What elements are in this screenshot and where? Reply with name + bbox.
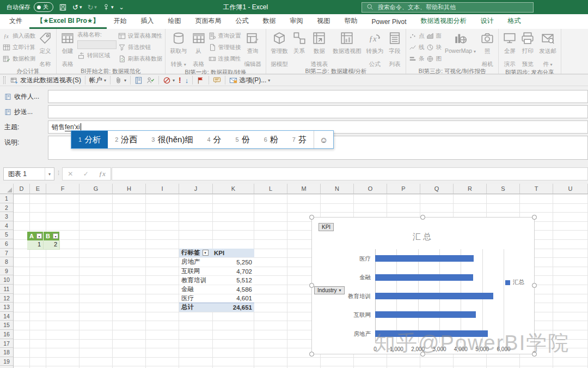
table-cell[interactable]: 1: [27, 240, 44, 250]
ribbon-button-small[interactable]: 连接属性: [209, 54, 241, 64]
column-header[interactable]: Q: [420, 184, 454, 194]
message-options-button[interactable]: [213, 76, 221, 85]
importance-high-button[interactable]: !: [179, 76, 181, 85]
send-pivot-button[interactable]: 发送此数据透视表(S): [10, 76, 81, 85]
table-header-cell[interactable]: A▾: [27, 232, 44, 241]
options-button[interactable]: 选项(P)...▾: [229, 76, 270, 85]
ribbon-tab[interactable]: 公式: [229, 14, 256, 29]
row-header[interactable]: 9: [0, 267, 13, 276]
row-header[interactable]: 1: [0, 194, 13, 203]
ime-candidate[interactable]: 5份: [229, 131, 257, 148]
ribbon-tab[interactable]: 审阅: [283, 14, 310, 29]
pivot-data-row[interactable]: 互联网4,702: [179, 267, 254, 276]
ribbon-button-large[interactable]: 字段列表: [387, 31, 403, 68]
ribbon-tab[interactable]: 文件: [2, 14, 29, 29]
selection-handle[interactable]: [532, 215, 537, 220]
ribbon-tab[interactable]: 插入: [134, 14, 161, 29]
ribbon-button-small[interactable]: 刷新表格数据: [118, 54, 162, 64]
address-book-button[interactable]: [134, 76, 143, 85]
ribbon-tab[interactable]: 开始: [107, 14, 134, 29]
column-header[interactable]: R: [454, 184, 487, 194]
column-header[interactable]: N: [321, 184, 354, 194]
ribbon-button-small[interactable]: 线: [409, 43, 425, 52]
column-header[interactable]: D: [14, 184, 30, 194]
column-header[interactable]: K: [213, 184, 254, 194]
column-header[interactable]: I: [146, 184, 179, 194]
row-header[interactable]: 5: [0, 230, 13, 239]
row-header[interactable]: 2: [0, 203, 13, 213]
enter-icon[interactable]: ✓: [83, 170, 89, 178]
formula-input[interactable]: [112, 167, 588, 180]
column-header[interactable]: H: [113, 184, 146, 194]
permission-button[interactable]: ▾: [163, 76, 175, 85]
ribbon-button-small[interactable]: 点: [409, 31, 425, 41]
ribbon-button-small[interactable]: 转回区域: [77, 51, 117, 61]
row-header[interactable]: 18: [0, 348, 13, 357]
ribbon-button-small[interactable]: 查询设置: [209, 31, 241, 41]
selection-handle[interactable]: [420, 215, 425, 220]
row-header[interactable]: 10: [0, 275, 13, 285]
pivot-total-row[interactable]: 总计24,651: [179, 303, 254, 312]
select-all-corner[interactable]: [0, 184, 14, 194]
importance-low-button[interactable]: ↓: [185, 76, 189, 85]
insert-function-icon[interactable]: ƒx: [99, 170, 105, 178]
row-header[interactable]: 16: [0, 330, 13, 339]
ribbon-button-large[interactable]: ƒx转换为公式: [365, 31, 385, 68]
ime-candidate[interactable]: 7芬: [285, 131, 314, 148]
filter-dropdown-icon[interactable]: ▾: [53, 233, 58, 239]
row-header[interactable]: 19: [0, 357, 13, 366]
column-header[interactable]: M: [287, 184, 321, 194]
cc-button[interactable]: 抄送...: [4, 107, 33, 117]
column-header[interactable]: O: [354, 184, 387, 194]
table-name-input[interactable]: [77, 40, 117, 49]
ime-emoji-button[interactable]: ☺: [314, 131, 333, 148]
name-box[interactable]: 图表 1 ▾: [3, 167, 54, 180]
cc-input[interactable]: [48, 105, 588, 118]
ribbon-button-small[interactable]: 面: [426, 31, 442, 41]
filter-dropdown-icon[interactable]: ▾: [203, 250, 209, 256]
ribbon-button-large[interactable]: 照相机: [479, 31, 495, 68]
ribbon-button-small[interactable]: 设置表格属性: [118, 31, 162, 41]
row-header[interactable]: 4: [0, 221, 13, 231]
column-header[interactable]: L: [254, 184, 287, 194]
account-button[interactable]: 帐户▾: [89, 76, 106, 85]
pivot-data-row[interactable]: 金融4,586: [179, 285, 254, 294]
ribbon-tab[interactable]: 数据透视图分析: [414, 14, 474, 29]
chart-field-button-kpi[interactable]: KPI: [318, 223, 334, 231]
column-header[interactable]: S: [487, 184, 520, 194]
ribbon-button-small[interactable]: 块: [426, 43, 442, 52]
column-header[interactable]: T: [520, 184, 553, 194]
name-box-dropdown-icon[interactable]: ▾: [45, 168, 54, 180]
ribbon-button-small[interactable]: 立即计算: [3, 43, 35, 52]
ribbon-button-large[interactable]: PowerMap ▾: [443, 31, 477, 56]
ribbon-button-small[interactable]: 管理链接: [209, 43, 241, 52]
selection-handle[interactable]: [309, 215, 314, 220]
attach-button[interactable]: ▾: [114, 76, 126, 85]
ribbon-button-large[interactable]: 发送邮件 ▾: [537, 31, 558, 69]
cancel-icon[interactable]: ✕: [68, 170, 73, 178]
row-header[interactable]: 17: [0, 339, 13, 348]
ribbon-button-large[interactable]: 全屏演示: [501, 31, 518, 68]
row-header[interactable]: 7: [0, 249, 13, 258]
ribbon-tab[interactable]: 设计: [474, 14, 501, 29]
column-header[interactable]: P: [387, 184, 420, 194]
selection-handle[interactable]: [532, 283, 537, 288]
ime-candidate[interactable]: 1分析: [71, 131, 108, 148]
follow-up-button[interactable]: [197, 76, 205, 85]
to-button[interactable]: 收件人...: [4, 92, 39, 101]
customize-qat-icon[interactable]: ⌄: [119, 4, 124, 11]
ribbon-tab[interactable]: 视图: [310, 14, 338, 29]
ribbon-button-small[interactable]: ƒx插入函数: [3, 31, 35, 41]
ime-candidate[interactable]: 4分: [200, 131, 228, 148]
ribbon-tab[interactable]: 绘图: [161, 14, 188, 29]
pivot-data-row[interactable]: 教育培训5,512: [179, 275, 254, 285]
chart-bar[interactable]: [375, 311, 476, 318]
row-header[interactable]: 13: [0, 303, 13, 312]
autosave-toggle[interactable]: 自动保存 关: [7, 2, 53, 12]
ribbon-button-small[interactable]: 图: [426, 54, 442, 64]
ribbon-tab[interactable]: 帮助: [338, 14, 365, 29]
ribbon-button-large[interactable]: 管理数据模型: [269, 31, 290, 68]
undo-button[interactable]: ↺▾: [72, 3, 82, 11]
ribbon-button-large[interactable]: 查询编辑器: [243, 31, 264, 68]
ribbon-button-large[interactable]: 从表格: [191, 31, 207, 68]
